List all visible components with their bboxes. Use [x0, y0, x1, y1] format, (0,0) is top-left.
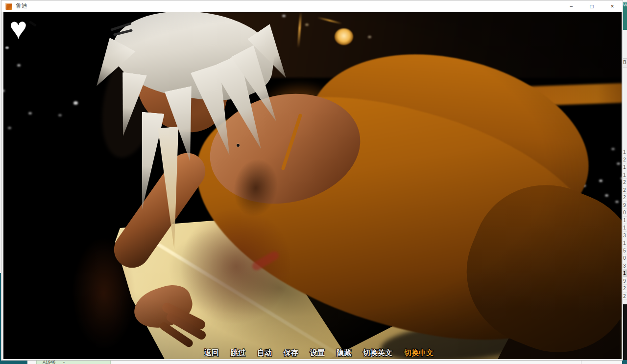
spreadsheet-row-digit: 1	[623, 163, 627, 171]
spreadsheet-divider-line	[581, 360, 581, 364]
close-icon: ×	[610, 3, 614, 10]
spreadsheet-row-digit: 5	[623, 247, 627, 255]
spreadsheet-digit-column: 12112229011315031922	[623, 148, 627, 300]
spreadsheet-row-digit: 3	[623, 262, 627, 270]
quick-menu: 返回跳过自动保存设置隐藏切换英文切换中文	[204, 348, 434, 358]
name-box-value: A1946	[43, 360, 55, 364]
background-spreadsheet-right-strip[interactable]: W B 12112229011315031922	[623, 0, 627, 361]
game-window: 鲁迪 − □ ×	[1, 0, 623, 361]
spreadsheet-name-box[interactable]: A1946 -	[36, 360, 111, 364]
spreadsheet-row-digit: 2	[623, 194, 627, 202]
scene-vignette	[3, 12, 622, 359]
spreadsheet-row-digit: 9	[623, 277, 627, 285]
spreadsheet-bottom-teal-left	[0, 360, 27, 364]
quick-menu-item[interactable]: 设置	[310, 348, 325, 358]
window-controls: − □ ×	[561, 0, 623, 12]
spreadsheet-row-digit: 1	[623, 239, 627, 247]
heart-icon[interactable]: ♥	[9, 13, 44, 47]
heart-shine	[29, 21, 37, 27]
spreadsheet-row-digit: 2	[623, 293, 627, 300]
spreadsheet-row-digit: 2	[623, 179, 627, 186]
quick-menu-item[interactable]: 自动	[257, 348, 272, 358]
spreadsheet-row-digit: 1	[623, 217, 627, 225]
spreadsheet-row-digit: 1	[623, 148, 627, 156]
spreadsheet-titlebar-sliver: W	[623, 2, 627, 30]
spreadsheet-row-digit: 2	[623, 156, 627, 164]
spreadsheet-row-digit: 9	[623, 202, 627, 209]
spreadsheet-row-digit: 1	[623, 224, 627, 232]
spreadsheet-row-digit: 1	[623, 171, 627, 179]
minimize-icon: −	[569, 3, 573, 10]
minimize-button[interactable]: −	[561, 0, 581, 12]
spreadsheet-row-digit: 2	[623, 186, 627, 194]
app-icon	[5, 3, 12, 10]
spreadsheet-row-digit: 0	[623, 254, 627, 262]
spreadsheet-column-header: B	[623, 58, 627, 68]
spreadsheet-row-digit: 3	[623, 232, 627, 240]
quick-menu-item[interactable]: 切换英文	[363, 348, 392, 358]
quick-menu-item[interactable]: 切换中文	[404, 348, 434, 358]
quick-menu-item[interactable]: 隐藏	[337, 348, 351, 358]
spreadsheet-titlebar-label: W	[623, 2, 627, 7]
spreadsheet-row-digit: 1	[623, 270, 627, 277]
titlebar[interactable]: 鲁迪 − □ ×	[1, 0, 623, 12]
spreadsheet-bottom-teal-right	[622, 360, 627, 364]
window-title: 鲁迪	[16, 2, 27, 10]
quick-menu-item[interactable]: 跳过	[231, 348, 245, 358]
spreadsheet-dark-region	[623, 304, 627, 361]
maximize-button[interactable]: □	[581, 0, 602, 12]
close-button[interactable]: ×	[602, 0, 623, 12]
spreadsheet-row-digit: 2	[623, 285, 627, 293]
game-viewport[interactable]: ♥ 返回跳过自动保存设置隐藏切换英文切换中文	[3, 12, 622, 359]
spreadsheet-row-digit: 0	[623, 209, 627, 217]
background-spreadsheet-bottom-strip[interactable]: A1946 -	[0, 360, 627, 364]
quick-menu-item[interactable]: 保存	[284, 348, 298, 358]
maximize-icon: □	[590, 3, 593, 10]
quick-menu-item[interactable]: 返回	[204, 348, 219, 358]
formula-cell-value: -	[63, 360, 65, 364]
